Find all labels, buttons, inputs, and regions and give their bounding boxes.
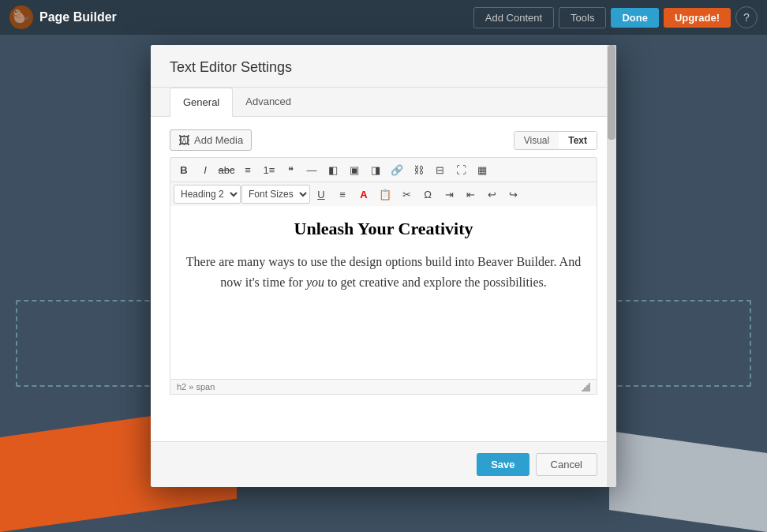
text-editor-modal: Text Editor Settings General Advanced 🖼 … <box>151 45 616 487</box>
add-media-icon: 🖼 <box>178 133 190 147</box>
blockquote-button[interactable]: ❝ <box>280 160 301 179</box>
cancel-button[interactable]: Cancel <box>536 453 597 476</box>
font-sizes-select[interactable]: Font Sizes <box>241 185 310 204</box>
align-center-button[interactable]: ▣ <box>344 160 365 179</box>
font-color-button[interactable]: A <box>354 185 374 204</box>
align-right-button[interactable]: ◨ <box>365 160 386 179</box>
special-chars-button[interactable]: Ω <box>417 185 438 204</box>
scrollbar-thumb[interactable] <box>608 45 615 140</box>
visual-button[interactable]: Visual <box>514 132 559 149</box>
insert-more-button[interactable]: ⊟ <box>429 160 450 179</box>
toolbar-toggle-button[interactable]: ▦ <box>472 160 492 179</box>
bold-button[interactable]: B <box>174 160 194 179</box>
toolbar-row-1: B I abc ≡ 1≡ ❝ — ◧ ▣ ◨ 🔗 ⛓ ⊟ ⛶ ▦ <box>170 158 597 182</box>
ordered-list-button[interactable]: 1≡ <box>259 160 279 179</box>
align-left-button[interactable]: ◧ <box>323 160 343 179</box>
editor-toolbar: B I abc ≡ 1≡ ❝ — ◧ ▣ ◨ 🔗 ⛓ ⊟ ⛶ ▦ <box>170 157 597 206</box>
editor-path: h2 » span <box>177 382 215 392</box>
fullscreen-button[interactable]: ⛶ <box>451 160 471 179</box>
unlink-button[interactable]: ⛓ <box>408 160 428 179</box>
link-button[interactable]: 🔗 <box>387 160 407 179</box>
unordered-list-button[interactable]: ≡ <box>238 160 258 179</box>
outdent-button[interactable]: ⇤ <box>460 185 481 204</box>
modal-tabs: General Advanced <box>151 88 616 117</box>
tab-advanced[interactable]: Advanced <box>233 88 304 117</box>
italic-text: you <box>306 275 324 289</box>
modal-scrollbar[interactable] <box>607 45 616 487</box>
modal-header: Text Editor Settings <box>151 45 616 88</box>
redo-button[interactable]: ↪ <box>503 185 523 204</box>
editor-paragraph: There are many ways to use the design op… <box>183 252 584 292</box>
modal-footer: Save Cancel <box>151 441 616 487</box>
resize-handle[interactable] <box>581 382 590 392</box>
editor-top-bar: 🖼 Add Media Visual Text <box>170 129 597 151</box>
strikethrough-button[interactable]: abc <box>216 160 237 179</box>
save-button[interactable]: Save <box>477 453 529 476</box>
horizontal-rule-button[interactable]: — <box>301 160 322 179</box>
view-toggle: Visual Text <box>514 131 597 150</box>
modal-title: Text Editor Settings <box>170 59 597 76</box>
italic-button[interactable]: I <box>195 160 215 179</box>
indent-button[interactable]: ⇥ <box>439 185 459 204</box>
toolbar-row-2: Heading 2 Font Sizes U ≡ A 📋 ✂ Ω ⇥ ⇤ ↩ ↪ <box>170 182 597 206</box>
underline-button[interactable]: U <box>311 185 331 204</box>
editor-statusbar: h2 » span <box>170 380 597 395</box>
tab-general[interactable]: General <box>170 88 233 117</box>
editor-heading: Unleash Your Creativity <box>183 219 584 239</box>
add-media-button[interactable]: 🖼 Add Media <box>170 129 252 151</box>
justify-button[interactable]: ≡ <box>332 185 353 204</box>
clear-formatting-button[interactable]: ✂ <box>396 185 417 204</box>
paste-from-word-button[interactable]: 📋 <box>375 185 395 204</box>
modal-body: 🖼 Add Media Visual Text B I abc ≡ 1≡ ❝ — <box>151 117 616 441</box>
heading-select[interactable]: Heading 2 <box>174 185 241 204</box>
text-button[interactable]: Text <box>559 132 597 149</box>
undo-button[interactable]: ↩ <box>481 185 502 204</box>
modal-overlay: Text Editor Settings General Advanced 🖼 … <box>0 0 767 532</box>
editor-content-area[interactable]: Unleash Your Creativity There are many w… <box>170 206 597 380</box>
